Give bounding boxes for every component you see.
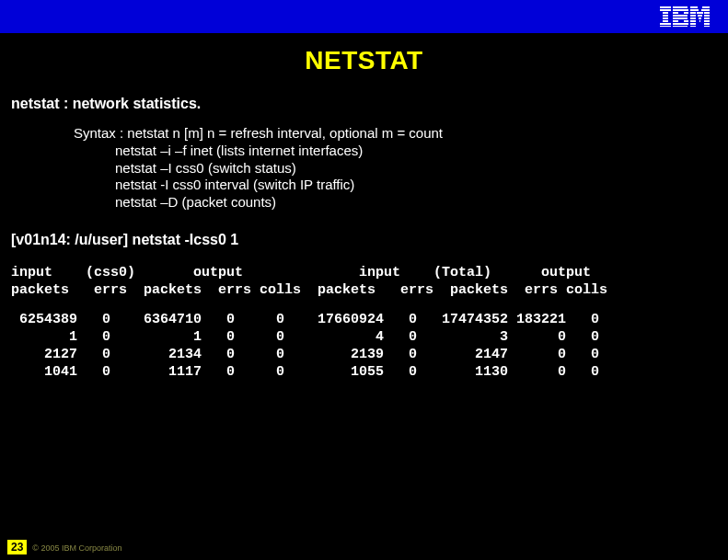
copyright: © 2005 IBM Corporation xyxy=(32,543,121,553)
svg-rect-35 xyxy=(704,23,710,25)
svg-rect-16 xyxy=(673,23,688,25)
svg-rect-12 xyxy=(673,15,688,17)
svg-rect-18 xyxy=(690,6,698,8)
svg-rect-14 xyxy=(673,20,678,22)
svg-rect-27 xyxy=(704,15,710,17)
svg-rect-30 xyxy=(704,17,710,19)
syntax-line: netstat –i –f inet (lists internet inter… xyxy=(115,143,728,160)
header-bar xyxy=(0,0,728,33)
svg-rect-11 xyxy=(684,12,688,14)
svg-rect-4 xyxy=(663,17,668,19)
table-row: 2127 0 2134 0 0 2139 0 2147 0 0 xyxy=(11,347,599,362)
svg-rect-17 xyxy=(673,26,688,27)
syntax-block: Syntax : netstat n [m] n = refresh inter… xyxy=(74,125,728,211)
svg-rect-28 xyxy=(690,17,696,19)
svg-rect-20 xyxy=(690,9,699,11)
svg-rect-24 xyxy=(704,12,710,14)
syntax-line: netstat -I css0 interval (switch IP traf… xyxy=(115,177,728,194)
header-row-2: packets errs packets errs colls packets … xyxy=(11,282,607,298)
page-number: 23 xyxy=(7,540,27,554)
table-row: 1 0 1 0 0 4 0 3 0 0 xyxy=(11,329,599,345)
syntax-main: Syntax : netstat n [m] n = refresh inter… xyxy=(74,125,728,143)
svg-rect-5 xyxy=(663,20,668,22)
svg-rect-6 xyxy=(660,23,671,25)
svg-rect-33 xyxy=(704,20,710,22)
svg-rect-1 xyxy=(660,9,671,11)
table-header: input (css0) output input (Total) output… xyxy=(11,265,728,300)
table-row: 6254389 0 6364710 0 0 17660924 0 1747435… xyxy=(11,312,599,327)
header-row-1: input (css0) output input (Total) output xyxy=(11,265,591,280)
footer: 23 © 2005 IBM Corporation xyxy=(7,540,122,554)
syntax-line: netstat –I css0 (switch status) xyxy=(115,160,728,177)
svg-rect-2 xyxy=(663,12,668,14)
svg-rect-23 xyxy=(697,12,703,14)
svg-rect-32 xyxy=(699,20,700,22)
svg-rect-26 xyxy=(698,15,702,17)
svg-rect-8 xyxy=(673,6,688,8)
svg-rect-34 xyxy=(690,23,696,25)
svg-rect-31 xyxy=(690,20,696,22)
svg-rect-3 xyxy=(663,15,668,17)
ibm-logo xyxy=(660,6,710,27)
svg-rect-10 xyxy=(673,12,678,14)
command-line: [v01n14: /u/user] netstat -Icss0 1 xyxy=(11,232,728,248)
intro-text: netstat : network statistics. xyxy=(11,96,728,112)
svg-rect-29 xyxy=(699,17,701,19)
svg-rect-36 xyxy=(690,26,696,27)
svg-rect-13 xyxy=(673,17,688,19)
svg-rect-22 xyxy=(690,12,696,14)
table-body: 6254389 0 6364710 0 0 17660924 0 1747435… xyxy=(11,312,728,381)
svg-rect-25 xyxy=(690,15,696,17)
page-title: NETSTAT xyxy=(0,46,728,75)
table-row: 1041 0 1117 0 0 1055 0 1130 0 0 xyxy=(11,364,599,380)
svg-rect-7 xyxy=(660,26,671,27)
svg-rect-15 xyxy=(684,20,688,22)
svg-rect-37 xyxy=(704,26,710,27)
svg-rect-9 xyxy=(673,9,688,11)
syntax-line: netstat –D (packet counts) xyxy=(115,194,728,211)
svg-rect-21 xyxy=(701,9,710,11)
svg-rect-0 xyxy=(660,6,671,8)
svg-rect-19 xyxy=(702,6,710,8)
